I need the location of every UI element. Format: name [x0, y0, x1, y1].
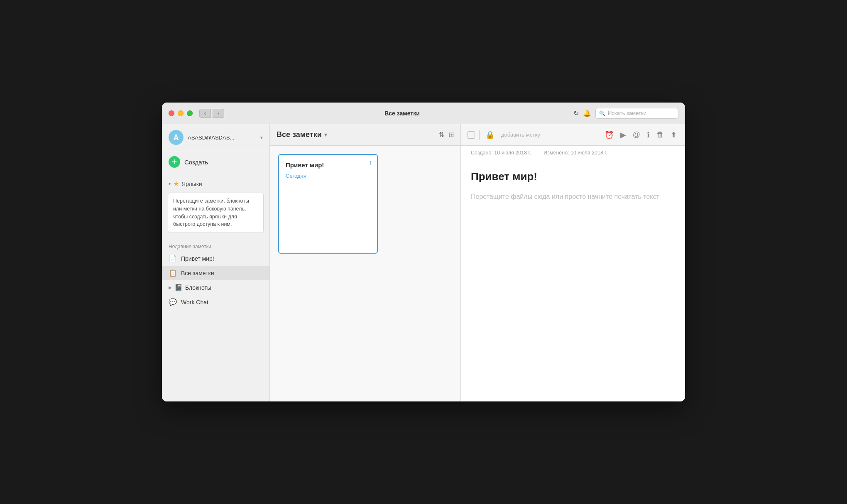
nav-buttons: ‹ › [199, 109, 224, 118]
plus-icon: + [169, 156, 180, 168]
note-icon: 📄 [169, 254, 177, 262]
share-icon[interactable]: ⬆ [669, 129, 678, 141]
account-chevron-icon: ▾ [260, 135, 263, 140]
add-tag-label[interactable]: добавить метку [501, 132, 600, 138]
notes-title-chevron-icon[interactable]: ▾ [324, 132, 327, 138]
back-button[interactable]: ‹ [199, 109, 211, 118]
notes-list-panel: Все заметки ▾ ⇅ ⊞ Привет мир! Сегодня ↑ [270, 124, 461, 401]
account-name: ASASD@ASDAS... [188, 135, 260, 141]
trash-icon[interactable]: 🗑 [655, 129, 666, 141]
traffic-lights [169, 110, 193, 116]
upload-icon[interactable]: ↑ [369, 159, 372, 166]
star-icon: ★ [173, 180, 179, 188]
sidebar-item-all-notes[interactable]: 📋 Все заметки [162, 266, 269, 280]
notebooks-label: Блокноты [185, 284, 211, 291]
alarm-icon[interactable]: ⏰ [603, 129, 615, 141]
recent-note-label: Привет мир! [181, 255, 214, 262]
window-title: Все заметки [231, 110, 573, 117]
note-card-date: Сегодня [286, 173, 370, 179]
app-window: ‹ › Все заметки ↻ 🔔 🔍 A ASASD@ASDAS... ▾ [162, 103, 685, 401]
sort-button[interactable]: ⇅ [439, 131, 444, 139]
refresh-icon[interactable]: ↻ [573, 109, 579, 117]
bell-icon[interactable]: 🔔 [583, 109, 591, 117]
recent-label: Недавние заметки [162, 240, 269, 251]
all-notes-label: Все заметки [181, 270, 214, 276]
close-button[interactable] [169, 110, 174, 116]
shortcuts-header[interactable]: ▾ ★ Ярлыки [162, 177, 269, 190]
shortcuts-hint: Перетащите заметки, блокноты или метки н… [168, 193, 264, 233]
notes-list-header: Все заметки ▾ ⇅ ⊞ [270, 124, 460, 146]
forward-button[interactable]: › [213, 109, 224, 118]
note-card[interactable]: Привет мир! Сегодня ↑ [278, 154, 378, 254]
shortcuts-title: Ярлыки [181, 181, 202, 187]
titlebar-right: ↻ 🔔 🔍 [573, 108, 678, 119]
at-icon[interactable]: @ [631, 129, 642, 141]
create-button[interactable]: + Создать [162, 151, 269, 173]
fullscreen-button[interactable] [187, 110, 193, 116]
note-detail-panel: 🔒 добавить метку ⏰ ▶ @ ℹ 🗑 ⬆ Создано: 10… [461, 124, 685, 401]
shortcuts-section: ▾ ★ Ярлыки Перетащите заметки, блокноты … [162, 173, 269, 240]
sidebar-item-notebooks[interactable]: ▶ 📓 Блокноты [162, 280, 269, 295]
created-date: Создано: 10 июля 2018 г. [471, 150, 531, 156]
sidebar-account[interactable]: A ASASD@ASDAS... ▾ [162, 124, 269, 151]
shortcuts-chevron-icon: ▾ [169, 181, 171, 186]
note-card-title: Привет мир! [286, 161, 370, 169]
work-chat-icon: 💬 [169, 298, 177, 306]
lock-icon[interactable]: 🔒 [484, 129, 496, 141]
search-box[interactable]: 🔍 [595, 108, 678, 119]
titlebar: ‹ › Все заметки ↻ 🔔 🔍 [162, 103, 685, 124]
info-icon[interactable]: ℹ [645, 129, 651, 141]
note-checkbox[interactable] [468, 131, 475, 139]
sidebar: A ASASD@ASDAS... ▾ + Создать ▾ ★ Ярлыки … [162, 124, 270, 401]
view-toggle-button[interactable]: ⊞ [448, 131, 454, 139]
notebooks-icon: 📓 [174, 284, 183, 291]
notebooks-chevron-icon: ▶ [169, 285, 172, 290]
work-chat-label: Work Chat [181, 299, 208, 306]
notes-list-title-text: Все заметки [277, 130, 322, 139]
create-label: Создать [184, 159, 208, 166]
note-detail-title: Привет мир! [471, 170, 675, 183]
notes-list-content: Привет мир! Сегодня ↑ [270, 146, 460, 401]
search-icon: 🔍 [599, 110, 605, 116]
note-detail-toolbar: 🔒 добавить метку ⏰ ▶ @ ℹ 🗑 ⬆ [461, 124, 685, 146]
toolbar-divider [479, 130, 480, 140]
modified-date: Изменено: 10 июля 2018 г. [543, 150, 607, 156]
note-detail-content[interactable]: Привет мир! Перетащите файлы сюда или пр… [461, 160, 685, 401]
main-layout: A ASASD@ASDAS... ▾ + Создать ▾ ★ Ярлыки … [162, 124, 685, 401]
present-icon[interactable]: ▶ [619, 129, 628, 141]
note-detail-meta: Создано: 10 июля 2018 г. Изменено: 10 ию… [461, 146, 685, 160]
notes-list-title: Все заметки ▾ [277, 130, 435, 139]
search-input[interactable] [608, 110, 678, 116]
note-detail-placeholder: Перетащите файлы сюда или просто начните… [471, 191, 675, 202]
avatar: A [169, 130, 184, 145]
all-notes-icon: 📋 [169, 269, 177, 277]
sidebar-item-recent-note[interactable]: 📄 Привет мир! [162, 251, 269, 266]
recent-section: Недавние заметки 📄 Привет мир! [162, 240, 269, 266]
sidebar-item-work-chat[interactable]: 💬 Work Chat [162, 295, 269, 309]
minimize-button[interactable] [178, 110, 184, 116]
